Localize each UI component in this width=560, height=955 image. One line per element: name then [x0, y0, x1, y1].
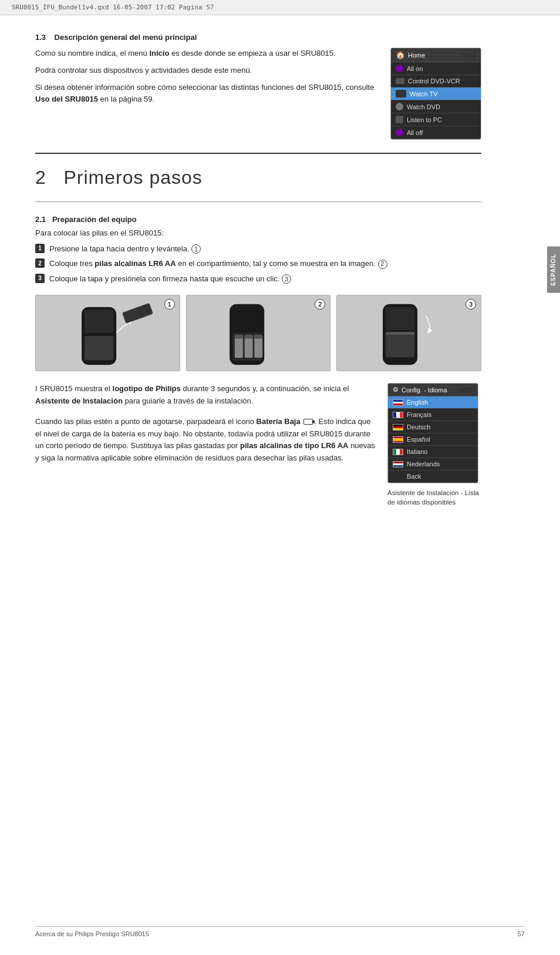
battery-indicator — [463, 53, 476, 58]
lang-item-back[interactable]: Back — [388, 470, 478, 483]
step-1-text: Presione la tapa hacia dentro y levántel… — [49, 243, 201, 255]
lang-item-italian[interactable]: Italiano — [388, 446, 478, 458]
main-content: 1.3 Descripción general del menú princip… — [0, 15, 517, 530]
battery-image-3: 3 — [336, 295, 481, 371]
flag-it — [393, 449, 403, 455]
page-footer: Acerca de su Philips Prestigo SRU8015 57 — [35, 926, 525, 937]
step-3-text: Coloque la tapa y presiónela con firmeza… — [49, 273, 291, 285]
step-2-num: 2 — [35, 258, 45, 268]
bottom-para1: I SRU8015 muestra el logotipo de Philips… — [35, 383, 376, 408]
lang-item-english[interactable]: English — [388, 396, 478, 409]
step-2: 2 Coloque tres pilas alcalinas LR6 AA en… — [35, 258, 481, 270]
battery-image-1: 1 — [35, 295, 180, 371]
battery-image-1-label: 1 — [164, 299, 175, 310]
section-13-para3: Si desea obtener información sobre cómo … — [35, 82, 379, 106]
footer-left: Acerca de su Philips Prestigo SRU8015 — [35, 930, 149, 937]
step-3-num: 3 — [35, 274, 45, 283]
svg-rect-14 — [386, 333, 414, 357]
header-text: SRU8015_IFU_Bundel1v4.qxd 16-05-2007 17:… — [12, 4, 214, 11]
battery-icon-inline — [303, 419, 313, 425]
header-bar: SRU8015_IFU_Bundel1v4.qxd 16-05-2007 17:… — [0, 0, 560, 15]
battery-img-1-svg — [36, 295, 180, 371]
menu-item-watch-tv: Watch TV — [391, 88, 481, 100]
section-bottom-right: ⚙ Config. - Idioma English — [387, 383, 481, 507]
svg-rect-11 — [254, 335, 262, 339]
step-1-circle: 1 — [191, 244, 201, 254]
flag-fr — [393, 412, 403, 418]
section-13: 1.3 Descripción general del menú princip… — [35, 33, 481, 140]
flag-nl — [393, 461, 403, 468]
lang-caption: Asistente de Instalación - Lista de idio… — [387, 488, 481, 507]
battery-img-3-svg — [337, 295, 481, 371]
section-bottom: I SRU8015 muestra el logotipo de Philips… — [35, 383, 481, 507]
svg-rect-2 — [85, 336, 113, 360]
remote-menu-screenshot: 🏠 Home All on — [390, 48, 481, 140]
menu-item-listen-pc: Listen to PC — [391, 113, 481, 126]
lang-item-german[interactable]: Deutsch — [388, 421, 478, 433]
section-13-title: 1.3 Descripción general del menú princip… — [35, 33, 481, 42]
svg-rect-15 — [386, 332, 414, 335]
svg-rect-1 — [85, 310, 113, 333]
lang-menu-header: ⚙ Config. - Idioma — [388, 384, 478, 396]
section-13-body: Como su nombre indica, el menú Inicio es… — [35, 48, 481, 140]
step-2-text: Coloque tres pilas alcalinas LR6 AA en e… — [49, 258, 387, 270]
svg-rect-3 — [122, 303, 153, 324]
section-21: 2.1 Preparación del equipo Para colocar … — [35, 215, 481, 371]
menu-item-watch-dvd: Watch DVD — [391, 100, 481, 113]
step-3-circle: 3 — [282, 274, 291, 284]
footer-right: 57 — [518, 930, 525, 937]
lang-item-spanish[interactable]: Español — [388, 433, 478, 446]
section-21-title: 2.1 Preparación del equipo — [35, 215, 481, 224]
step-list: 1 Presione la tapa hacia dentro y levánt… — [35, 243, 481, 285]
section-13-text: Como su nombre indica, el menú Inicio es… — [35, 48, 379, 106]
flag-de — [393, 424, 403, 431]
step-2-circle: 2 — [378, 260, 387, 269]
svg-rect-13 — [386, 307, 414, 330]
lang-item-dutch[interactable]: Nederlands — [388, 458, 478, 470]
step-1: 1 Presione la tapa hacia dentro y levánt… — [35, 243, 481, 255]
section-bottom-text: I SRU8015 muestra el logotipo de Philips… — [35, 383, 376, 465]
lang-battery-indicator — [460, 388, 473, 392]
section-divider-2 — [35, 201, 481, 202]
chapter-2-heading: 2 Primeros pasos — [35, 167, 481, 189]
lang-menu-screenshot: ⚙ Config. - Idioma English — [387, 383, 478, 483]
battery-img-2-svg — [187, 295, 330, 371]
menu-item-control-dvd: Control DVD-VCR — [391, 75, 481, 88]
flag-es — [393, 436, 403, 443]
lang-item-french[interactable]: Français — [388, 409, 478, 421]
battery-image-2: 2 — [186, 295, 331, 371]
section-13-para2: Podrá controlar sus dispositivos y activ… — [35, 65, 379, 77]
bottom-para2: Cuando las pilas estén a punto de agotar… — [35, 416, 376, 465]
step-1-num: 1 — [35, 244, 45, 253]
section-divider-1 — [35, 153, 481, 154]
section-13-para1: Como su nombre indica, el menú Inicio es… — [35, 48, 379, 60]
flag-uk — [393, 399, 403, 406]
section-21-intro: Para colocar las pilas en el SRU8015: — [35, 227, 481, 240]
menu-item-all-on: All on — [391, 62, 481, 75]
page-wrapper: SRU8015_IFU_Bundel1v4.qxd 16-05-2007 17:… — [0, 0, 560, 955]
battery-images-row: 1 — [35, 295, 481, 371]
spanish-tab: ESPAÑOL — [547, 247, 560, 293]
menu-item-all-off: All off — [391, 126, 481, 139]
svg-rect-9 — [244, 335, 252, 339]
svg-rect-7 — [235, 335, 243, 339]
remote-menu-header: 🏠 Home — [391, 48, 481, 62]
step-3: 3 Coloque la tapa y presiónela con firme… — [35, 273, 481, 285]
